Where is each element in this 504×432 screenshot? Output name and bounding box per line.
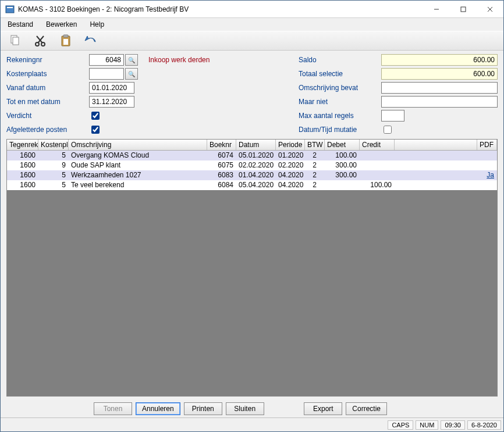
- verdicht-label: Verdicht: [6, 112, 88, 120]
- table-body[interactable]: 16005Overgang KOMAS Cloud607405.01.20200…: [7, 151, 497, 396]
- cell-pdf: [477, 151, 497, 160]
- col-tegenrek[interactable]: Tegenrek: [7, 140, 38, 150]
- menu-help[interactable]: Help: [87, 19, 107, 30]
- col-periode[interactable]: Periode: [276, 140, 305, 150]
- menu-bewerken[interactable]: Bewerken: [44, 19, 79, 30]
- rekeningnr-label: Rekeningnr: [6, 56, 88, 64]
- cell-omschrijving: Overgang KOMAS Cloud: [69, 151, 207, 160]
- correctie-button[interactable]: Correctie: [346, 402, 387, 415]
- cell-datum: 02.02.2020: [236, 160, 276, 170]
- vanaf-label: Vanaf datum: [6, 84, 88, 92]
- sluiten-button[interactable]: Sluiten: [226, 402, 264, 415]
- col-omschrijving[interactable]: Omschrijving: [69, 140, 207, 150]
- cell-boeknr: 6083: [207, 170, 236, 180]
- cell-omschrijving: Werkzaamheden 1027: [69, 170, 207, 180]
- totaal-label: Totaal selectie: [299, 70, 380, 78]
- cell-btw: 2: [305, 170, 325, 180]
- cell-datum: 01.04.2020: [236, 170, 276, 180]
- cell-spacer: [395, 160, 477, 170]
- rekeningnr-lookup-button[interactable]: 🔍: [125, 54, 138, 66]
- cell-debet: 300.00: [325, 160, 360, 170]
- kostenplaats-input[interactable]: [89, 68, 124, 80]
- svg-rect-13: [63, 35, 68, 37]
- col-kostenpl[interactable]: Kostenpl: [38, 140, 69, 150]
- binoculars-icon: 🔍: [128, 71, 135, 77]
- cell-credit: 100.00: [360, 180, 395, 190]
- cell-credit: [360, 170, 395, 180]
- totaal-value: 600.00: [381, 68, 498, 80]
- filter-form: Rekeningnr 🔍 Inkoop werk derden Saldo 60…: [1, 51, 503, 138]
- max-regels-input[interactable]: [381, 110, 404, 122]
- export-button[interactable]: Export: [304, 402, 342, 415]
- table-row[interactable]: 16005Te veel berekend608405.04.202004.20…: [7, 180, 497, 190]
- cell-btw: 2: [305, 151, 325, 160]
- cell-boeknr: 6075: [207, 160, 236, 170]
- table-row[interactable]: 16005Overgang KOMAS Cloud607405.01.20200…: [7, 151, 497, 160]
- status-bar: CAPS NUM 09:30 6-8-2020: [1, 417, 503, 431]
- cell-omschrijving: Oude SAP klant: [69, 160, 207, 170]
- cell-debet: 300.00: [325, 170, 360, 180]
- printen-button[interactable]: Printen: [184, 402, 222, 415]
- maar-niet-label: Maar niet: [299, 98, 380, 106]
- svg-rect-0: [6, 6, 14, 13]
- cell-datum: 05.01.2020: [236, 151, 276, 160]
- cell-credit: [360, 160, 395, 170]
- col-datum[interactable]: Datum: [236, 140, 276, 150]
- afgeletterde-checkbox[interactable]: [91, 126, 100, 134]
- svg-rect-1: [7, 7, 13, 8]
- cell-periode: 02.2020: [276, 160, 305, 170]
- cut-icon[interactable]: [32, 33, 48, 49]
- app-window: KOMAS - 3102 Boekingen - 2: Nicogram Tes…: [0, 0, 504, 432]
- saldo-value: 600.00: [381, 54, 498, 66]
- window-title: KOMAS - 3102 Boekingen - 2: Nicogram Tes…: [18, 5, 423, 13]
- cell-debet: [325, 180, 360, 190]
- bookings-table: Tegenrek Kostenpl Omschrijving Boeknr Da…: [6, 139, 498, 397]
- table-row[interactable]: 16009Oude SAP klant607502.02.202002.2020…: [7, 160, 497, 170]
- rekeningnr-input[interactable]: [89, 54, 124, 66]
- verdicht-checkbox[interactable]: [91, 112, 100, 120]
- app-icon: [5, 5, 15, 14]
- cell-spacer: [395, 180, 477, 190]
- cell-periode: 04.2020: [276, 170, 305, 180]
- col-credit[interactable]: Credit: [360, 140, 395, 150]
- minimize-button[interactable]: [423, 1, 450, 18]
- col-pdf[interactable]: PDF: [477, 140, 497, 150]
- datumtijd-label: Datum/Tijd mutatie: [299, 126, 380, 134]
- tot-input[interactable]: [89, 96, 134, 108]
- status-caps: CAPS: [388, 420, 413, 430]
- maximize-button[interactable]: [450, 1, 477, 18]
- cell-kostenpl: 5: [38, 151, 69, 160]
- col-debet[interactable]: Debet: [325, 140, 360, 150]
- cell-kostenpl: 5: [38, 180, 69, 190]
- omschr-bevat-input[interactable]: [381, 82, 498, 94]
- cell-credit: [360, 151, 395, 160]
- button-bar: Tonen Annuleren Printen Sluiten Export C…: [1, 400, 503, 417]
- vanaf-input[interactable]: [89, 82, 134, 94]
- cell-periode: 04.2020: [276, 180, 305, 190]
- close-button[interactable]: [477, 1, 503, 18]
- saldo-label: Saldo: [299, 56, 380, 64]
- kostenplaats-lookup-button[interactable]: 🔍: [125, 68, 138, 80]
- copy-icon[interactable]: [6, 33, 23, 49]
- cell-pdf[interactable]: Ja: [477, 170, 497, 180]
- maar-niet-input[interactable]: [381, 96, 498, 108]
- col-boeknr[interactable]: Boeknr: [207, 140, 236, 150]
- datumtijd-checkbox[interactable]: [384, 126, 392, 134]
- rekening-description: Inkoop werk derden: [143, 56, 297, 64]
- cell-datum: 05.04.2020: [236, 180, 276, 190]
- cell-boeknr: 6074: [207, 151, 236, 160]
- tonen-button[interactable]: Tonen: [94, 402, 132, 415]
- cell-pdf: [477, 160, 497, 170]
- kostenplaats-label: Kostenplaats: [6, 70, 88, 78]
- annuleren-button[interactable]: Annuleren: [136, 402, 180, 415]
- cell-btw: 2: [305, 180, 325, 190]
- col-btw[interactable]: BTW: [305, 140, 325, 150]
- table-row[interactable]: 16005Werkzaamheden 1027608301.04.202004.…: [7, 170, 497, 180]
- svg-rect-7: [13, 37, 19, 45]
- cell-tegenrek: 1600: [7, 160, 38, 170]
- paste-icon[interactable]: [58, 33, 74, 49]
- undo-icon[interactable]: [83, 33, 100, 49]
- status-time: 09:30: [441, 420, 465, 430]
- menu-bestand[interactable]: Bestand: [5, 19, 36, 30]
- omschr-bevat-label: Omschrijving bevat: [299, 84, 380, 92]
